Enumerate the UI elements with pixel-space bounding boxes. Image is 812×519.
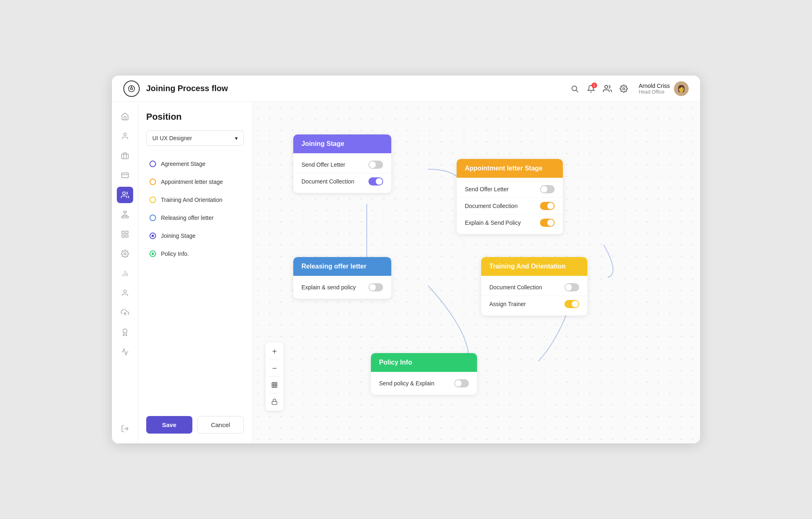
svg-rect-8 [121, 154, 128, 159]
svg-rect-20 [125, 231, 128, 234]
notification-badge: 1 [591, 83, 597, 88]
svg-point-5 [605, 85, 607, 88]
sidebar-item-award[interactable] [117, 324, 133, 340]
svg-point-27 [123, 290, 126, 293]
sidebar-item-briefcase[interactable] [117, 148, 133, 164]
sidebar-item-training[interactable]: Training And Orientation [146, 192, 244, 208]
node-row: Explain & Send Policy [457, 215, 563, 231]
sidebar-item-profile[interactable] [117, 285, 133, 301]
app-logo [123, 81, 140, 97]
fit-screen-button[interactable] [268, 378, 281, 391]
svg-point-23 [124, 253, 126, 255]
sidebar-item-settings[interactable] [117, 246, 133, 262]
toggle-assign-trainer[interactable] [564, 300, 579, 308]
node-releasing-body: Explain & send policy [293, 276, 391, 299]
svg-rect-13 [121, 216, 124, 218]
node-training-orientation[interactable]: Training And Orientation Document Collec… [481, 257, 587, 315]
toggle-releasing-policy[interactable] [368, 283, 383, 291]
position-dropdown-label: UI UX Designer [152, 135, 192, 141]
nav-label-policy: Policy Info. [161, 251, 189, 257]
sidebar-item-grid[interactable] [117, 226, 133, 242]
sidebar-item-policy[interactable]: Policy Info. [146, 246, 244, 262]
sidebar-item-money[interactable] [117, 167, 133, 183]
sidebar-item-activity[interactable] [117, 344, 133, 360]
avatar[interactable]: 👩 [674, 81, 689, 96]
nav-label-agreement: Agreement Stage [161, 161, 205, 167]
zoom-in-button[interactable]: + [268, 345, 281, 358]
sidebar-item-org[interactable] [117, 206, 133, 223]
nav-label-joining: Joining Stage [161, 233, 196, 239]
panel-buttons: Save Cancel [146, 416, 244, 434]
toggle-appt-policy[interactable] [540, 219, 555, 227]
cancel-button[interactable]: Cancel [197, 416, 244, 434]
svg-rect-31 [272, 383, 277, 387]
node-policy-body: Send policy & Explain [371, 372, 477, 395]
svg-point-3 [572, 86, 577, 91]
sidebar-item-user[interactable] [117, 128, 133, 144]
node-row: Send policy & Explain [371, 375, 477, 391]
toggle-doc-collection[interactable] [368, 177, 383, 186]
node-releasing-offer[interactable]: Releasing offer letter Explain & send po… [293, 257, 391, 299]
node-appointment-header: Appointment letter Stage [457, 159, 563, 178]
svg-line-4 [576, 90, 578, 92]
sidebar-item-chart[interactable] [117, 265, 133, 282]
settings-header-icon[interactable] [619, 84, 628, 93]
svg-point-7 [123, 133, 126, 136]
svg-rect-14 [125, 216, 128, 218]
zoom-divider [270, 393, 279, 394]
node-row: Send Offer Letter [293, 157, 391, 173]
sidebar-item-home[interactable] [117, 108, 133, 125]
sidebar-item-people[interactable] [117, 187, 133, 203]
notification-icon[interactable]: 1 [587, 84, 596, 93]
sidebar-item-logout[interactable] [117, 421, 133, 437]
save-button[interactable]: Save [146, 416, 192, 434]
nav-dot-appointment [149, 179, 156, 185]
sidebar-item-upload[interactable] [117, 304, 133, 321]
zoom-controls: + − [265, 342, 283, 411]
sidebar-item-releasing[interactable]: Releasing offer letter [146, 210, 244, 226]
svg-rect-19 [122, 231, 124, 234]
sidebar-item-joining[interactable]: Joining Stage [146, 228, 244, 244]
sidebar-item-agreement-stage[interactable]: Agreement Stage [146, 156, 244, 172]
toggle-training-doc[interactable] [564, 283, 579, 291]
svg-point-6 [622, 87, 625, 89]
nav-list: Agreement Stage Appointment letter stage… [146, 156, 244, 408]
toggle-send-offer[interactable] [368, 161, 383, 169]
chevron-down-icon: ▾ [235, 135, 238, 141]
nav-dot-policy [149, 251, 156, 257]
user-name: Arnold Criss [639, 83, 670, 89]
nav-label-releasing: Releasing offer letter [161, 215, 214, 221]
toggle-policy-send[interactable] [454, 379, 469, 387]
node-policy-info[interactable]: Policy Info Send policy & Explain [371, 353, 477, 395]
node-appointment-body: Send Offer Letter Document Collection Ex… [457, 178, 563, 234]
nav-dot-agreement [149, 161, 156, 167]
zoom-out-button[interactable]: − [268, 362, 281, 375]
node-joining-stage[interactable]: Joining Stage Send Offer Letter Document… [293, 134, 391, 193]
nav-label-appointment: Appointment letter stage [161, 179, 223, 185]
node-joining-header: Joining Stage [293, 134, 391, 153]
svg-point-11 [123, 192, 125, 195]
search-icon[interactable] [570, 84, 579, 93]
node-row: Document Collection [481, 279, 587, 296]
node-row: Assign Trainer [481, 296, 587, 312]
position-dropdown[interactable]: UI UX Designer ▾ [146, 130, 244, 146]
lock-button[interactable] [268, 395, 281, 408]
node-appointment-stage[interactable]: Appointment letter Stage Send Offer Lett… [457, 159, 563, 234]
nav-dot-training [149, 197, 156, 203]
app-header: Joining Process flow 1 Arnold Criss Head… [112, 76, 700, 102]
svg-rect-22 [125, 235, 128, 237]
nav-label-training: Training And Orientation [161, 197, 222, 203]
zoom-divider [270, 376, 279, 377]
svg-rect-12 [123, 211, 126, 213]
node-row: Document Collection [457, 198, 563, 215]
toggle-appt-send-offer[interactable] [540, 185, 555, 193]
flow-canvas[interactable]: Joining Stage Send Offer Letter Document… [252, 102, 700, 443]
zoom-divider [270, 360, 279, 360]
people-header-icon[interactable] [603, 84, 612, 93]
sidebar-icon-nav [112, 102, 138, 443]
svg-rect-9 [121, 173, 128, 178]
toggle-appt-doc[interactable] [540, 202, 555, 210]
user-role: Head Office [639, 89, 670, 95]
sidebar-item-appointment-stage[interactable]: Appointment letter stage [146, 174, 244, 190]
svg-point-29 [123, 329, 127, 333]
